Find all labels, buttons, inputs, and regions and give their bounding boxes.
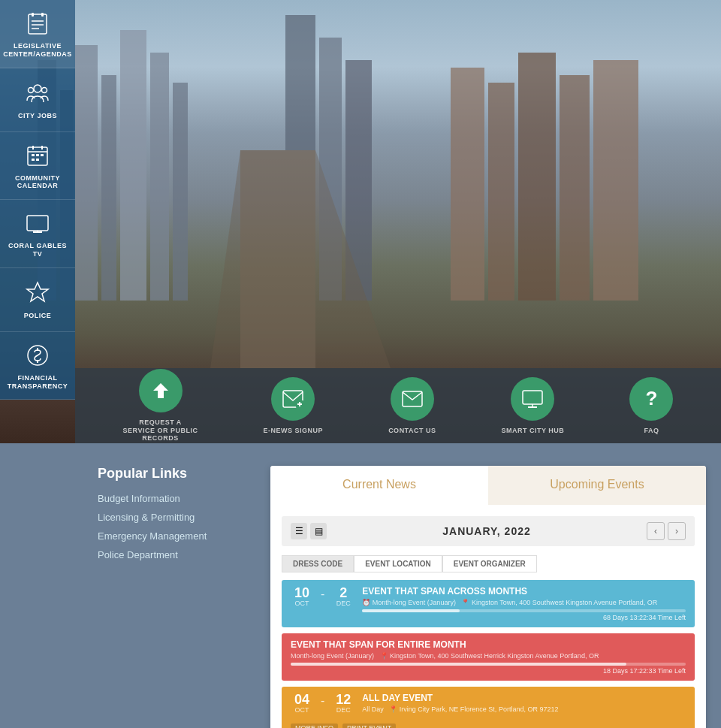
- svg-rect-36: [488, 83, 514, 301]
- filter-event-location[interactable]: EVENT LOCATION: [354, 555, 442, 572]
- svg-rect-48: [523, 391, 542, 404]
- event-1-details: EVENT THAT SPAN ACROSS MONTHS ⏰ Month-lo…: [362, 586, 686, 621]
- contact-us-icon: [391, 377, 434, 421]
- svg-rect-27: [75, 45, 98, 301]
- svg-rect-30: [150, 53, 169, 301]
- request-service-label: REQUEST A SERVICE OR PUBLIC RECORDS: [123, 418, 198, 443]
- tab-upcoming-events[interactable]: Upcoming Events: [488, 466, 706, 505]
- calendar-next-button[interactable]: ›: [668, 522, 686, 540]
- faq-label: FAQ: [644, 427, 659, 435]
- svg-rect-31: [173, 83, 188, 301]
- event-1-date: 10 OCT: [291, 586, 313, 607]
- svg-rect-37: [518, 53, 556, 301]
- event-2-meta: Month-long Event (January) 📍 Kingston To…: [291, 652, 686, 660]
- event-card-3-inner: 04 OCT - 12 DEC ALL DAY EVENT All Day 📍 …: [282, 687, 695, 720]
- svg-rect-39: [593, 60, 638, 301]
- news-events-panel: Current News Upcoming Events ☰ ▤ JANUARY…: [270, 466, 706, 728]
- popular-link-budget[interactable]: Budget Information: [98, 493, 248, 504]
- popular-links-section: Popular Links Budget Information Licensi…: [98, 466, 248, 728]
- svg-rect-29: [120, 30, 146, 301]
- quick-link-faq[interactable]: ? FAQ: [629, 377, 673, 435]
- svg-rect-35: [451, 68, 484, 301]
- event-2-progress-fill: [291, 663, 626, 666]
- event-2-time-left: 18 Days 17:22:33 Time Left: [291, 667, 686, 675]
- event-1-day-start: 10: [294, 586, 309, 600]
- sidebar-item-coral-gables-tv-label: CORAL GABLES TV: [5, 242, 71, 258]
- svg-point-6: [34, 85, 41, 92]
- event-3-month: OCT: [295, 706, 309, 714]
- event-3-title: ALL DAY EVENT: [362, 693, 686, 703]
- svg-marker-42: [153, 383, 168, 398]
- quick-link-smart-city[interactable]: SMART CITY HUB: [502, 377, 565, 435]
- quick-links-bar: REQUEST A SERVICE OR PUBLIC RECORDS E-NE…: [75, 368, 721, 443]
- event-3-tags: MORE INFO PRINT EVENT: [282, 720, 695, 728]
- filter-event-organizer[interactable]: EVENT ORGANIZER: [442, 555, 537, 572]
- event-3-date-end: 12 DEC: [332, 693, 354, 714]
- event-1-month-start: OCT: [295, 600, 309, 607]
- svg-rect-1: [32, 13, 34, 17]
- sidebar-item-community-calendar-label: COMMUNITY CALENDAR: [5, 174, 71, 191]
- quick-link-contact-us[interactable]: CONTACT US: [388, 377, 436, 435]
- request-service-icon: [139, 369, 183, 412]
- event-1-day-end: 2: [339, 586, 347, 600]
- event-3-tag-more-info[interactable]: MORE INFO: [291, 723, 338, 728]
- event-1-date-end: 2 DEC: [332, 586, 354, 607]
- event-card-2-inner: EVENT THAT SPAN FOR ENTIRE MONTH Month-l…: [282, 633, 695, 681]
- calendar-month-title: JANUARY, 2022: [442, 525, 531, 537]
- calendar-view-toggle-1[interactable]: ☰: [291, 523, 307, 539]
- sidebar-item-financial-transparency[interactable]: FINANCIAL TRANSPARENCY: [0, 332, 75, 400]
- calendar-prev-button[interactable]: ‹: [647, 522, 665, 540]
- event-card-3: 04 OCT - 12 DEC ALL DAY EVENT All Day 📍 …: [282, 687, 695, 728]
- sidebar-item-city-jobs[interactable]: CITY JOBS: [0, 68, 75, 132]
- quick-link-request-service[interactable]: REQUEST A SERVICE OR PUBLIC RECORDS: [123, 369, 198, 443]
- event-1-meta: ⏰ Month-long Event (January) 📍 Kingston …: [362, 599, 686, 606]
- popular-link-emergency[interactable]: Emergency Management: [98, 530, 248, 542]
- bottom-content: Popular Links Budget Information Licensi…: [0, 443, 721, 728]
- event-3-day: 04: [294, 693, 309, 706]
- svg-rect-18: [27, 216, 48, 231]
- city-jobs-icon: [23, 79, 52, 107]
- svg-rect-13: [32, 154, 35, 156]
- event-3-tag-print-event[interactable]: PRINT EVENT: [342, 723, 396, 728]
- smart-city-hub-label: SMART CITY HUB: [502, 427, 565, 435]
- event-1-month-end: DEC: [336, 600, 351, 607]
- svg-rect-2: [41, 13, 44, 17]
- hero-section: REQUEST A SERVICE OR PUBLIC RECORDS E-NE…: [0, 0, 721, 443]
- police-icon: [23, 279, 52, 307]
- filter-dress-code[interactable]: DRESS CODE: [282, 555, 354, 572]
- news-tabs-bar: Current News Upcoming Events: [270, 466, 706, 505]
- event-3-dash: -: [321, 693, 324, 708]
- event-card-1-inner: 10 OCT - 2 DEC EVENT THAT SPAN ACROSS MO…: [282, 580, 695, 627]
- enews-label: E-NEWS SIGNUP: [264, 427, 324, 435]
- tab-current-news[interactable]: Current News: [270, 466, 488, 505]
- popular-link-licensing[interactable]: Licensing & Permitting: [98, 512, 248, 523]
- calendar-view-toggle-2[interactable]: ▤: [310, 523, 327, 539]
- calendar-nav-buttons: ☰ ▤: [291, 523, 327, 539]
- coral-gables-tv-icon: [23, 209, 52, 237]
- svg-rect-38: [560, 75, 590, 301]
- sidebar-item-coral-gables-tv[interactable]: CORAL GABLES TV: [0, 200, 75, 268]
- sidebar-item-legislative-label: LEGISLATIVE CENTER/AGENDAS: [3, 42, 72, 59]
- svg-rect-16: [32, 159, 35, 161]
- svg-point-7: [29, 88, 34, 93]
- calendar-header: ☰ ▤ JANUARY, 2022 ‹ ›: [282, 516, 695, 546]
- event-3-meta: All Day 📍 Irving City Park, NE Florence …: [362, 705, 686, 713]
- svg-rect-17: [36, 159, 39, 161]
- svg-point-8: [42, 88, 47, 93]
- sidebar-item-community-calendar[interactable]: COMMUNITY CALENDAR: [0, 132, 75, 201]
- quick-link-enews[interactable]: E-NEWS SIGNUP: [264, 377, 324, 435]
- popular-link-police[interactable]: Police Department: [98, 549, 248, 560]
- event-3-month-end: DEC: [336, 706, 351, 714]
- sidebar-item-city-jobs-label: CITY JOBS: [18, 112, 57, 120]
- event-1-title: EVENT THAT SPAN ACROSS MONTHS: [362, 586, 686, 597]
- event-3-date: 04 OCT: [291, 693, 313, 714]
- sidebar-item-police[interactable]: POLICE: [0, 268, 75, 332]
- event-2-title: EVENT THAT SPAN FOR ENTIRE MONTH: [291, 639, 686, 650]
- enews-signup-icon: [271, 377, 315, 421]
- event-card-1: 10 OCT - 2 DEC EVENT THAT SPAN ACROSS MO…: [282, 580, 695, 627]
- event-filter-tabs: DRESS CODE EVENT LOCATION EVENT ORGANIZE…: [282, 555, 695, 572]
- contact-us-label: CONTACT US: [388, 427, 436, 435]
- event-1-progress-bar: [362, 609, 686, 612]
- news-content-area: ☰ ▤ JANUARY, 2022 ‹ › DRESS CODE EVENT L…: [270, 505, 706, 728]
- sidebar-item-legislative[interactable]: LEGISLATIVE CENTER/AGENDAS: [0, 0, 75, 68]
